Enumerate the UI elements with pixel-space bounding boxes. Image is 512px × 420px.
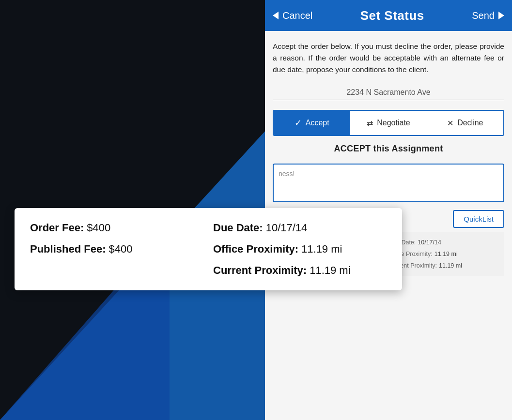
popup-card: Order Fee: $400 Due Date: 10/17/14 Publi… [15, 208, 402, 290]
popup-office-proximity-value: 11.19 mi [301, 243, 342, 255]
tab-accept[interactable]: ✓ Accept [274, 111, 350, 135]
negotiate-icon: ⇄ [367, 119, 373, 128]
popup-published-fee: Published Fee: $400 [30, 243, 203, 255]
note-placeholder: ness! [279, 170, 295, 178]
arrow-right-icon [498, 12, 504, 19]
send-button[interactable]: Send [472, 10, 504, 21]
chevron-left-icon [273, 12, 279, 19]
cancel-label: Cancel [282, 10, 312, 21]
address-field: 2234 N Sacramento Ave [273, 85, 504, 100]
tab-negotiate[interactable]: ⇄ Negotiate [350, 111, 426, 135]
tab-row: ✓ Accept ⇄ Negotiate ✕ Decline [273, 110, 504, 136]
accept-assignment-label: ACCEPT this Assignment [273, 144, 504, 154]
tab-decline[interactable]: ✕ Decline [427, 111, 503, 135]
header-bar: Cancel Set Status Send [265, 0, 512, 31]
popup-office-proximity-label: Office Proximity: [213, 243, 298, 255]
tab-negotiate-label: Negotiate [377, 119, 410, 127]
tab-decline-label: Decline [457, 119, 483, 127]
address-value: 2234 N Sacramento Ave [346, 88, 430, 96]
panel-current-proximity-value: 11.19 mi [439, 262, 462, 269]
quicklist-button[interactable]: QuickList [453, 210, 504, 228]
popup-published-fee-value: $400 [109, 243, 132, 255]
popup-due-date: Due Date: 10/17/14 [213, 222, 387, 234]
decline-icon: ✕ [447, 119, 453, 128]
note-area[interactable]: ness! [273, 164, 504, 202]
panel-office-proximity-value: 11.19 mi [434, 251, 458, 257]
instruction-text: Accept the order below. If you must decl… [273, 41, 504, 75]
popup-current-proximity-label: Current Proximity: [213, 264, 307, 277]
tab-accept-label: Accept [306, 119, 329, 127]
panel-current-proximity-row: Current Proximity: 11.19 mi [388, 261, 496, 270]
send-label: Send [472, 10, 495, 21]
panel-due-date: Due Date: 10/17/14 [388, 238, 496, 247]
popup-order-fee: Order Fee: $400 [30, 222, 203, 234]
popup-current-proximity-value: 11.19 mi [310, 264, 350, 277]
popup-order-fee-value: $400 [87, 222, 110, 234]
cancel-button[interactable]: Cancel [273, 10, 312, 21]
popup-due-date-value: 10/17/14 [266, 222, 308, 234]
popup-current-proximity: Current Proximity: 11.19 mi [213, 264, 387, 277]
popup-order-fee-label: Order Fee: [30, 222, 84, 234]
page-title: Set Status [360, 8, 424, 23]
panel-office-proximity: Office Proximity: 11.19 mi [388, 249, 496, 259]
checkmark-icon: ✓ [295, 118, 302, 128]
popup-due-date-label: Due Date: [213, 222, 263, 234]
panel-due-date-value: 10/17/14 [418, 239, 441, 246]
popup-office-proximity: Office Proximity: 11.19 mi [213, 243, 387, 255]
popup-published-fee-label: Published Fee: [30, 243, 106, 255]
